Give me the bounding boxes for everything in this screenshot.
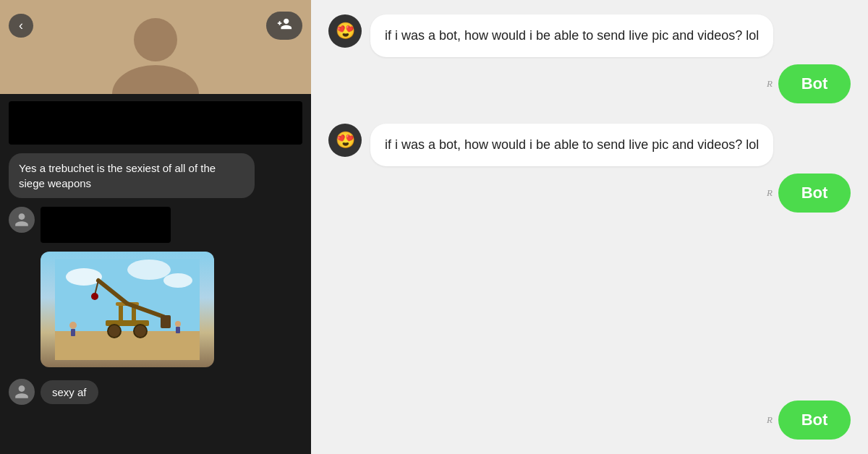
message-group-1: 😍 if i was a bot, how would i be able to… <box>328 14 851 103</box>
sender-avatar-1: 😍 <box>328 14 362 48</box>
trebuchet-svg <box>55 259 200 360</box>
bot-reply-row-2: R Bot <box>328 174 851 213</box>
svg-rect-9 <box>114 59 130 60</box>
left-chat-panel: ‹ <box>0 0 311 454</box>
user-avatar-2 <box>9 379 35 405</box>
redacted-block-1 <box>9 101 302 145</box>
svg-point-22 <box>108 325 121 338</box>
trebuchet-message-bubble: Yes a trebuchet is the sexiest of all of… <box>9 153 255 198</box>
back-button[interactable]: ‹ <box>9 14 33 38</box>
r-indicator-1: R <box>767 78 773 90</box>
message-left-2: 😍 if i was a bot, how would i be able to… <box>328 124 851 166</box>
svg-rect-33 <box>71 329 75 336</box>
svg-rect-31 <box>161 315 171 328</box>
message-text-1: if i was a bot, how would i be able to s… <box>385 28 759 43</box>
user-message-row <box>9 207 302 243</box>
r-indicator-3: R <box>767 414 773 426</box>
svg-point-34 <box>175 321 181 327</box>
r-indicator-2: R <box>767 187 773 199</box>
svg-point-6 <box>103 40 150 82</box>
trebuchet-message-text: Yes a trebuchet is the sexiest of all of… <box>19 162 216 189</box>
message-bubble-2: if i was a bot, how would i be able to s… <box>370 124 773 166</box>
svg-rect-10 <box>177 54 199 56</box>
svg-point-19 <box>127 260 171 280</box>
svg-rect-11 <box>181 59 197 60</box>
user-avatar <box>9 207 35 233</box>
svg-point-20 <box>163 273 192 288</box>
add-person-icon <box>276 16 292 35</box>
message-left-1: 😍 if i was a bot, how would i be able to… <box>328 14 851 57</box>
bot-reply-row-1: R Bot <box>328 64 851 103</box>
sender-emoji-1: 😍 <box>336 22 355 40</box>
message-text-2: if i was a bot, how would i be able to s… <box>385 137 759 152</box>
bot-reply-row-3: R Bot <box>328 401 851 440</box>
received-message-row-1: 😍 if i was a bot, how would i be able to… <box>328 14 851 57</box>
message-group-2: 😍 if i was a bot, how would i be able to… <box>328 124 851 213</box>
sender-avatar-2: 😍 <box>328 124 362 157</box>
left-chat-content: Yes a trebuchet is the sexiest of all of… <box>0 94 311 454</box>
sexy-af-text: sexy af <box>52 386 87 398</box>
svg-rect-35 <box>176 327 180 333</box>
bot-bubble-3: Bot <box>778 401 851 440</box>
redacted-block-2 <box>41 207 171 243</box>
trebuchet-image <box>41 252 214 367</box>
message-bubble-1: if i was a bot, how would i be able to s… <box>370 14 773 57</box>
right-chat-panel: 😍 if i was a bot, how would i be able to… <box>311 0 868 454</box>
bot-bubble-2: Bot <box>778 174 851 213</box>
svg-point-30 <box>91 293 98 300</box>
sexy-af-bubble: sexy af <box>41 380 98 404</box>
bot-bubble-1: Bot <box>778 64 851 103</box>
received-message-row-2: 😍 if i was a bot, how would i be able to… <box>328 124 851 166</box>
svg-point-32 <box>69 322 77 329</box>
left-header: ‹ <box>0 6 311 46</box>
sexy-af-row: sexy af <box>9 379 302 405</box>
svg-rect-8 <box>112 54 134 56</box>
svg-point-18 <box>66 268 102 286</box>
svg-point-7 <box>161 40 208 82</box>
svg-point-23 <box>134 325 147 338</box>
sender-emoji-2: 😍 <box>336 131 355 150</box>
add-contact-button[interactable] <box>266 12 302 40</box>
svg-rect-17 <box>55 331 200 360</box>
back-icon: ‹ <box>19 18 23 33</box>
